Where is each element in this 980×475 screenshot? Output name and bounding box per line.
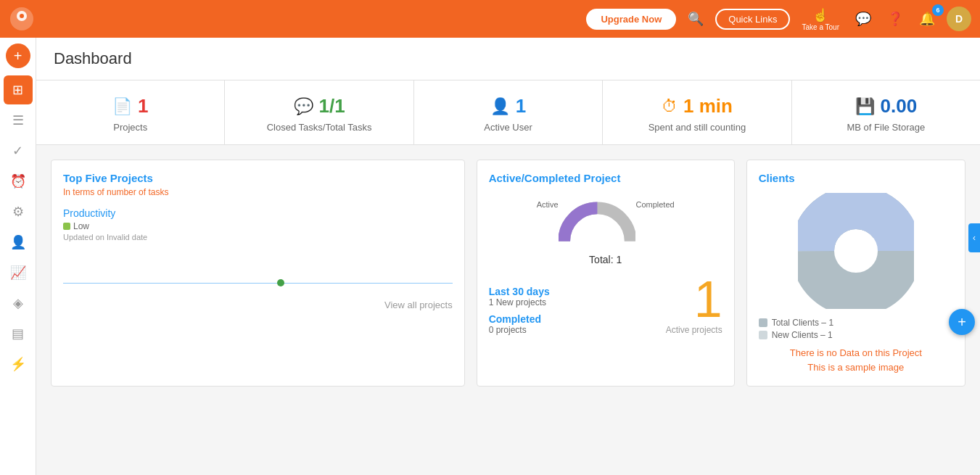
sidebar-item-dashboard[interactable]: ⊞: [4, 75, 33, 104]
project-updated: Updated on Invalid date: [63, 233, 453, 241]
project-priority: Low: [63, 221, 453, 231]
ac-bottom: Last 30 days 1 New projects Completed 0 …: [489, 274, 722, 335]
sidebar-item-layers[interactable]: ◈: [4, 289, 33, 318]
legend-item-new: New Clients – 1: [759, 330, 953, 340]
content-area: Top Five Projects In terms of number of …: [36, 145, 980, 401]
app-logo[interactable]: [9, 6, 35, 32]
completed-row: Completed 0 projects: [489, 313, 550, 335]
projects-icon: 📄: [112, 97, 132, 116]
sidebar-item-tasks[interactable]: ✓: [4, 136, 33, 165]
legend-label-new: New Clients – 1: [772, 330, 833, 340]
active-projects-label: Active projects: [666, 325, 722, 335]
top-projects-title: Top Five Projects: [63, 172, 453, 184]
top-navigation: Upgrade Now 🔍 Quick Links ☝ Take a Tour …: [0, 0, 980, 38]
storage-value: 0.00: [881, 95, 918, 117]
time-value: 1 min: [683, 95, 733, 117]
chat-button[interactable]: 💬: [851, 8, 876, 30]
legend-dot-total: [759, 318, 767, 327]
add-button[interactable]: +: [6, 44, 30, 68]
active-label: Active: [537, 200, 559, 209]
storage-label: MB of File Storage: [847, 122, 926, 133]
page-header: Dashboard: [36, 38, 980, 80]
no-data-line1: There is no Data on this Project: [759, 346, 953, 360]
active-completed-title: Active/Completed Project: [489, 172, 722, 184]
projects-label: Projects: [113, 122, 147, 133]
last30: Last 30 days 1 New projects: [489, 286, 550, 307]
top-projects-subtitle: In terms of number of tasks: [63, 187, 453, 197]
svg-point-2: [20, 14, 24, 18]
clients-title: Clients: [759, 172, 953, 184]
stat-projects: 📄 1 Projects: [36, 80, 225, 144]
stat-time: ⏱ 1 min Spent and still counting: [603, 80, 791, 144]
active-big-number: 1: [666, 274, 722, 325]
no-data-message: There is no Data on this Project This is…: [759, 346, 953, 374]
users-icon: 👤: [490, 97, 510, 116]
sidebar-item-lightning[interactable]: ⚡: [4, 350, 33, 379]
collapse-tab[interactable]: ‹: [968, 223, 980, 252]
users-value: 1: [516, 95, 526, 117]
notification-badge: 6: [932, 4, 944, 16]
view-all[interactable]: View all projects: [63, 298, 453, 311]
projects-value: 1: [138, 95, 148, 117]
fab-add-button[interactable]: +: [949, 309, 975, 335]
help-button[interactable]: ❓: [883, 8, 907, 30]
quick-links-button[interactable]: Quick Links: [715, 9, 790, 30]
page-title: Dashboard: [54, 49, 963, 68]
clients-panel: Clients Total Clients – 1: [746, 160, 965, 387]
view-all-link[interactable]: View all projects: [384, 300, 453, 310]
completed-sub: 0 projects: [489, 325, 550, 335]
donut-chart-container: Active Completed Total: 1: [489, 193, 722, 265]
notification-wrapper[interactable]: 🔔 6: [915, 8, 939, 30]
upgrade-button[interactable]: Upgrade Now: [586, 9, 676, 30]
time-icon: ⏱: [662, 97, 678, 116]
completed-label: Completed: [635, 200, 674, 209]
last30-title: Last 30 days: [489, 286, 550, 297]
ac-right: 1 Active projects: [666, 274, 722, 335]
last30-sub: 1 New projects: [489, 297, 550, 307]
sidebar-item-time[interactable]: ⏰: [4, 167, 33, 196]
donut-total: Total: 1: [589, 254, 622, 265]
active-completed-panel: Active/Completed Project Active Complete…: [477, 160, 735, 387]
project-chart: [63, 253, 453, 289]
legend-dot-new: [759, 331, 767, 339]
completed-title: Completed: [489, 313, 550, 325]
user-avatar[interactable]: D: [947, 7, 971, 31]
pie-svg: [798, 193, 914, 309]
legend: Total Clients – 1 New Clients – 1: [759, 318, 953, 340]
donut-svg: [559, 193, 636, 251]
users-label: Active User: [484, 122, 532, 133]
search-button[interactable]: 🔍: [683, 8, 708, 30]
tasks-value: 1/1: [319, 95, 345, 117]
storage-icon: 💾: [855, 97, 875, 116]
priority-label: Low: [73, 221, 89, 231]
sidebar-item-grid[interactable]: ▤: [4, 319, 33, 348]
sidebar: + ⊞ ☰ ✓ ⏰ ⚙ 👤 📈 ◈ ▤ ⚡: [0, 38, 36, 475]
project-name[interactable]: Productivity: [63, 207, 453, 219]
sidebar-item-analytics[interactable]: 📈: [4, 258, 33, 287]
stats-bar: 📄 1 Projects 💬 1/1 Closed Tasks/Total Ta…: [36, 80, 980, 145]
no-data-line2: This is a sample image: [759, 360, 953, 375]
take-tour-button[interactable]: ☝ Take a Tour: [797, 6, 844, 33]
time-label: Spent and still counting: [648, 122, 746, 133]
main-content: Dashboard 📄 1 Projects 💬 1/1 Closed Task…: [36, 38, 980, 475]
ac-left: Last 30 days 1 New projects Completed 0 …: [489, 278, 550, 335]
pie-chart-container: [759, 193, 953, 309]
hand-icon: ☝: [812, 7, 828, 23]
project-row: Productivity Low Updated on Invalid date: [63, 207, 453, 241]
legend-label-total: Total Clients – 1: [772, 318, 833, 328]
stat-tasks: 💬 1/1 Closed Tasks/Total Tasks: [225, 80, 413, 144]
tasks-icon: 💬: [294, 97, 313, 116]
tour-label: Take a Tour: [802, 23, 839, 31]
priority-dot: [63, 223, 70, 230]
sidebar-item-list[interactable]: ☰: [4, 106, 33, 135]
stat-users: 👤 1 Active User: [414, 80, 603, 144]
sidebar-item-users[interactable]: 👤: [4, 228, 33, 257]
stat-storage: 💾 0.00 MB of File Storage: [792, 80, 980, 144]
top-projects-panel: Top Five Projects In terms of number of …: [51, 160, 465, 387]
tasks-label: Closed Tasks/Total Tasks: [267, 122, 372, 133]
legend-item-total: Total Clients – 1: [759, 318, 953, 328]
sidebar-item-settings[interactable]: ⚙: [4, 197, 33, 226]
